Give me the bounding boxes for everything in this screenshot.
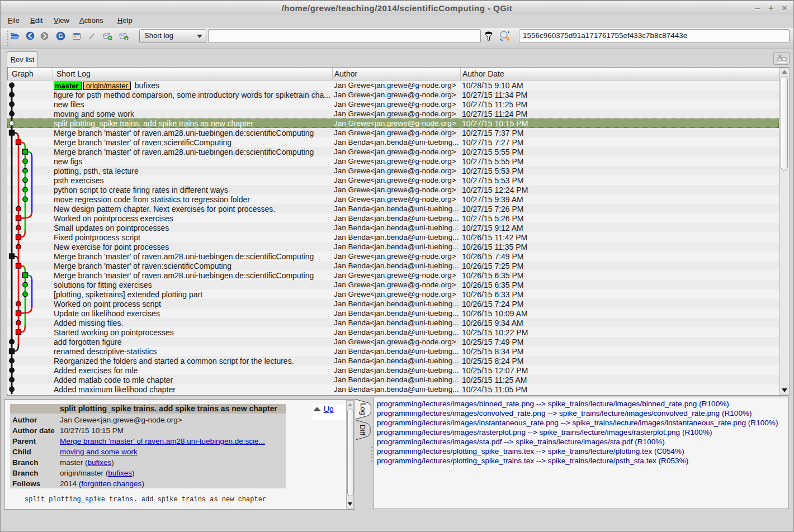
- svg-text:Log: Log: [359, 403, 367, 415]
- svg-text:Diff: Diff: [358, 425, 367, 436]
- svg-text:G: G: [59, 33, 63, 39]
